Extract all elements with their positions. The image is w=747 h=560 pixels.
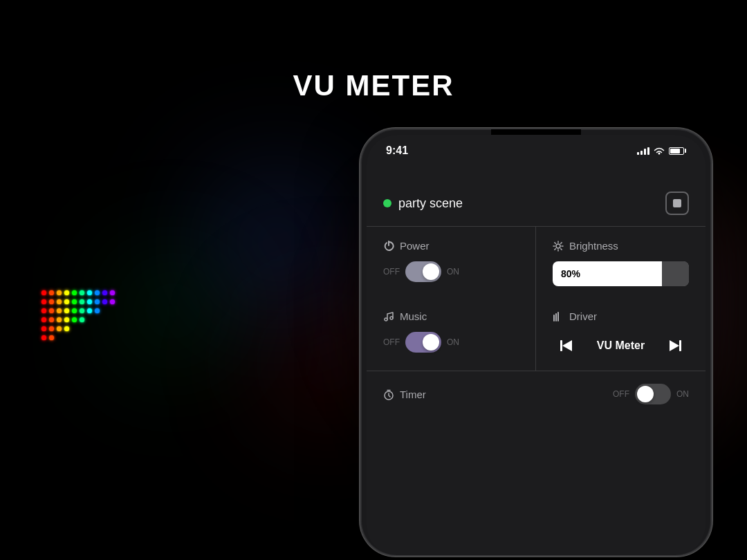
led-dot [42,308,46,313]
music-on-label: ON [447,337,459,347]
led-dot [49,308,54,313]
led-dot [80,299,84,304]
brightness-section: Brightness 80% [536,227,706,297]
svg-rect-11 [553,315,555,321]
led-dot [110,290,115,295]
stop-icon [673,199,681,207]
svg-rect-17 [679,340,681,351]
led-dot [87,308,92,313]
power-section-label: Power [400,240,430,252]
driver-prev-button[interactable] [553,332,580,360]
scene-name: party scene [398,196,463,211]
power-icon [383,239,394,252]
driver-section-label: Driver [569,310,597,322]
driver-controls: VU Meter [553,332,689,360]
timer-toggle-row: OFF ON [613,384,689,404]
bg-glow-green [104,242,242,380]
power-off-label: OFF [383,267,400,277]
led-dot [64,326,69,331]
svg-line-5 [555,243,555,243]
led-dot [72,317,77,322]
led-dot [64,317,69,322]
led-row [42,317,115,322]
svg-line-7 [561,243,562,243]
brightness-section-label: Brightness [569,240,618,252]
led-dot [57,299,62,304]
svg-rect-15 [560,340,562,351]
led-dot [95,290,100,295]
led-dot [49,326,54,331]
brightness-value: 80% [561,268,580,279]
music-off-label: OFF [383,337,400,347]
led-dot [57,326,62,331]
led-dot [64,299,69,304]
driver-label: Driver [553,310,689,322]
svg-line-6 [561,249,562,250]
led-dot [49,317,54,322]
timer-label: Timer [383,388,602,400]
led-dot [57,317,62,322]
led-strips-decoration [42,290,115,344]
svg-marker-14 [562,340,572,351]
brightness-slider-container: 80% [553,261,689,286]
scene-active-dot [383,199,391,207]
led-dot [42,299,46,304]
stop-button[interactable] [665,192,689,215]
led-dot [49,335,54,340]
timer-toggle[interactable] [635,384,671,404]
bg-glow-blue [173,138,380,346]
led-dot [72,290,77,295]
status-bar: 9:41 [367,135,706,157]
led-dot [95,308,100,313]
music-icon [383,310,394,322]
led-dot [110,299,115,304]
battery-icon [669,147,686,155]
power-toggle[interactable] [405,261,441,282]
led-dot [80,308,84,313]
driver-section: Driver VU Meter [536,297,706,371]
svg-point-9 [385,318,387,321]
timer-icon [383,388,394,400]
timer-section-label: Timer [400,389,426,400]
led-dot [57,290,62,295]
svg-point-0 [556,244,560,248]
led-dot [102,299,107,304]
power-on-label: ON [447,267,459,277]
svg-rect-12 [555,313,557,321]
music-section-label: Music [400,310,427,322]
signal-bars-icon [637,147,649,155]
svg-rect-13 [557,312,559,321]
led-dot [42,335,46,340]
driver-icon [553,310,564,322]
led-row [42,326,115,331]
led-dot [42,326,46,331]
driver-next-button[interactable] [661,332,689,360]
led-dot [80,317,84,322]
music-toggle-row: OFF ON [383,332,519,353]
music-toggle[interactable] [405,332,441,353]
led-dot [57,308,62,313]
led-dot [64,290,69,295]
status-icons [637,145,686,156]
scene-info: party scene [383,196,463,211]
led-row [42,308,115,313]
led-dot [87,290,92,295]
led-row [42,299,115,304]
brightness-slider[interactable]: 80% [553,261,689,286]
brightness-label: Brightness [553,239,689,252]
page-title: VU METER [0,69,747,102]
slider-dark-end [662,261,689,286]
brightness-icon [553,239,564,252]
led-row [42,335,115,340]
led-dot [95,299,100,304]
power-brightness-section: Power OFF ON [367,227,706,297]
scene-header: party scene [367,157,706,227]
wifi-icon [654,145,665,156]
music-label: Music [383,310,519,322]
led-dot [42,290,46,295]
power-toggle-row: OFF ON [383,261,519,282]
timer-section: Timer OFF ON [367,371,706,416]
phone-screen: 9:41 [367,135,706,555]
led-dot [80,290,84,295]
led-dot [87,299,92,304]
